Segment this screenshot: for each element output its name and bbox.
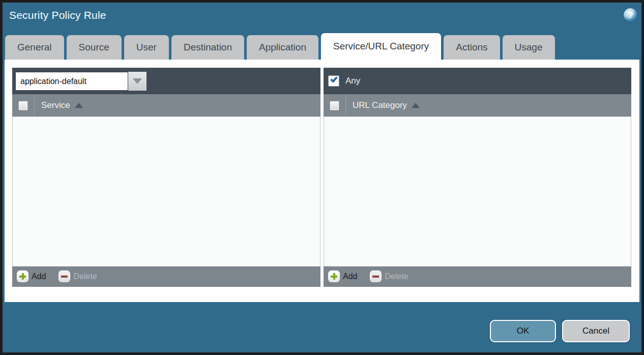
service-panel-toolbar: application-default [12, 68, 320, 94]
tab-user[interactable]: User [124, 35, 169, 60]
url-category-table-body[interactable] [324, 117, 631, 266]
help-icon[interactable]: ? [624, 8, 637, 22]
tab-general[interactable]: General [5, 35, 64, 60]
tab-actions[interactable]: Actions [444, 35, 500, 60]
chevron-down-icon[interactable] [128, 72, 147, 91]
select-all-services-checkbox[interactable] [18, 101, 28, 111]
any-checkbox-label: Any [345, 76, 360, 86]
service-type-dropdown-value[interactable]: application-default [15, 72, 128, 91]
delete-service-button[interactable]: Delete [59, 271, 97, 282]
service-table-footer: Add Delete [12, 266, 320, 287]
sort-ascending-icon[interactable] [412, 103, 420, 108]
any-checkbox[interactable] [328, 75, 339, 87]
service-panel: application-default Service Add [12, 68, 320, 287]
plus-icon [17, 271, 28, 282]
select-all-url-categories-checkbox[interactable] [330, 101, 339, 111]
delete-url-category-button[interactable]: Delete [370, 271, 408, 282]
tab-application[interactable]: Application [247, 35, 318, 60]
service-table-body[interactable] [12, 117, 320, 266]
url-category-panel-toolbar: Any [324, 68, 631, 94]
help-glyph: ? [628, 11, 633, 20]
tab-source[interactable]: Source [67, 35, 122, 60]
cancel-button[interactable]: Cancel [562, 320, 630, 342]
url-category-panel: Any URL Category Add Delete [324, 68, 631, 287]
tab-usage[interactable]: Usage [503, 35, 555, 60]
security-policy-rule-dialog: Security Policy Rule ? General Source Us… [0, 0, 644, 355]
url-category-table-header: URL Category [324, 94, 631, 117]
url-category-table-footer: Add Delete [324, 266, 631, 287]
tab-bar: General Source User Destination Applicat… [5, 35, 555, 60]
tab-destination[interactable]: Destination [171, 35, 244, 60]
minus-icon [370, 271, 381, 282]
tab-content-area: application-default Service Add [5, 60, 639, 302]
url-category-column-header[interactable]: URL Category [353, 100, 407, 111]
ok-button[interactable]: OK [490, 320, 556, 342]
service-type-dropdown[interactable]: application-default [15, 72, 147, 91]
service-column-header[interactable]: Service [41, 100, 70, 111]
checkmark-icon [330, 75, 338, 83]
any-checkbox-row[interactable]: Any [328, 75, 360, 87]
dialog-title: Security Policy Rule [9, 9, 106, 21]
plus-icon [329, 271, 339, 282]
tab-service-url-category[interactable]: Service/URL Category [321, 33, 441, 60]
minus-icon [59, 271, 70, 282]
add-url-category-button[interactable]: Add [329, 271, 357, 282]
sort-ascending-icon[interactable] [75, 103, 83, 108]
service-table-header: Service [12, 94, 320, 117]
add-service-button[interactable]: Add [17, 271, 46, 282]
